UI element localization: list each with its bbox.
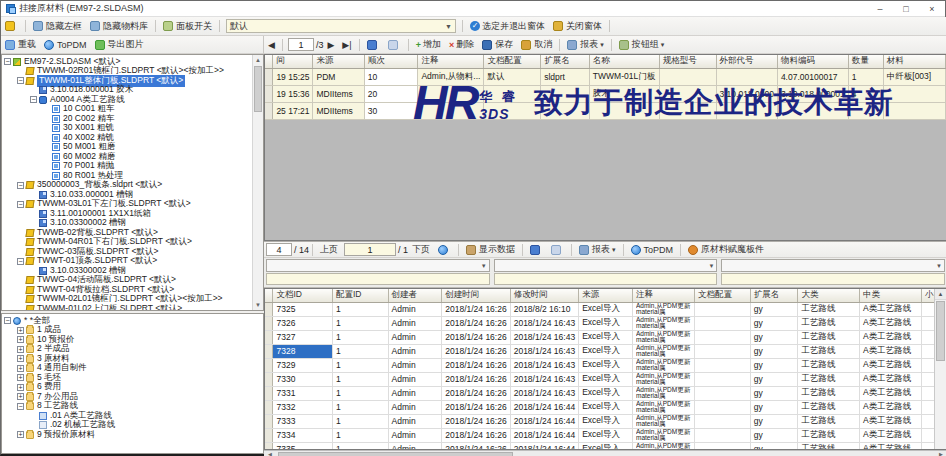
first-page-button[interactable]: ◀ bbox=[264, 37, 279, 52]
cancel-button[interactable]: 取消 bbox=[517, 37, 556, 52]
table-cell[interactable]: 7331 bbox=[273, 386, 333, 400]
table-cell[interactable] bbox=[589, 102, 659, 119]
table-cell[interactable]: 19 15:36 bbox=[273, 85, 313, 102]
table-cell[interactable]: 工艺路线 bbox=[798, 358, 860, 372]
card-view-button[interactable] bbox=[384, 37, 405, 52]
table-cell[interactable]: 2018/1/24 16:44 bbox=[510, 442, 578, 450]
column-header[interactable]: 名称 bbox=[589, 55, 659, 68]
next-page-button[interactable]: ▶ bbox=[323, 37, 338, 52]
table-cell[interactable]: sldprt bbox=[541, 68, 590, 85]
table-cell[interactable]: 7328 bbox=[273, 344, 333, 358]
hide-left-button[interactable]: 隐藏左框 bbox=[29, 19, 86, 34]
table-cell[interactable]: 2018/1/24 16:26 bbox=[442, 302, 510, 316]
table-cell[interactable]: 2018/1/24 16:26 bbox=[442, 428, 510, 442]
column-header[interactable]: 材料 bbox=[883, 55, 945, 68]
table-cell[interactable]: A类工艺路线 bbox=[860, 414, 922, 428]
scroll-left-icon[interactable]: ◀ bbox=[264, 451, 276, 456]
table-cell[interactable]: Excel导入 bbox=[579, 302, 633, 316]
table-cell[interactable] bbox=[716, 102, 777, 119]
table-cell[interactable]: 2018/1/24 16:26 bbox=[442, 316, 510, 330]
document-grid-hscrollbar[interactable]: ◀ ▶ bbox=[264, 450, 946, 456]
table-cell[interactable]: Admin,从PDM更新material属 bbox=[632, 414, 694, 428]
table-cell[interactable]: 工艺路线 bbox=[798, 316, 860, 330]
table-cell[interactable]: MDIItems bbox=[313, 102, 364, 119]
table-cell[interactable] bbox=[694, 386, 750, 400]
table-cell[interactable]: 2018/1/24 16:43 bbox=[510, 344, 578, 358]
table-cell[interactable] bbox=[694, 372, 750, 386]
table-cell[interactable]: 2018/1/24 16:26 bbox=[442, 386, 510, 400]
table-cell[interactable]: gy bbox=[750, 344, 798, 358]
expand-toggle-icon[interactable]: − bbox=[17, 258, 24, 265]
table-cell[interactable]: Admin bbox=[388, 428, 442, 442]
table-cell[interactable]: 工艺路线 bbox=[798, 442, 860, 450]
tree-item[interactable]: 3.11.00100001 1X1X1纸箱 bbox=[4, 209, 252, 219]
column-header[interactable]: 扩展名 bbox=[750, 289, 798, 302]
table-cell[interactable] bbox=[659, 85, 716, 102]
reload-button[interactable]: 重载 bbox=[1, 37, 40, 52]
table-cell[interactable]: 7329 bbox=[273, 358, 333, 372]
table-cell[interactable]: Admin,从PDM更新material属 bbox=[632, 316, 694, 330]
table-cell[interactable]: 7333 bbox=[273, 414, 333, 428]
table-cell[interactable]: 1 bbox=[333, 414, 389, 428]
table-cell[interactable]: 7332 bbox=[273, 400, 333, 414]
table-cell[interactable]: Admin,从PDM更新material属 bbox=[632, 358, 694, 372]
table-cell[interactable]: Excel导入 bbox=[579, 442, 633, 450]
table-cell[interactable]: gy bbox=[750, 428, 798, 442]
column-header[interactable]: 创建时间 bbox=[442, 289, 510, 302]
scroll-up-icon[interactable]: ▲ bbox=[253, 55, 263, 65]
table-cell[interactable] bbox=[694, 344, 750, 358]
expand-toggle-icon[interactable]: + bbox=[17, 336, 24, 343]
table-cell[interactable]: Admin,从PDM更新material属 bbox=[632, 400, 694, 414]
table-cell[interactable]: Excel导入 bbox=[579, 372, 633, 386]
table-cell[interactable] bbox=[694, 428, 750, 442]
table-cell[interactable]: Admin bbox=[388, 302, 442, 316]
row-selector[interactable] bbox=[265, 102, 273, 119]
expand-toggle-icon[interactable]: + bbox=[17, 393, 24, 400]
table-cell[interactable] bbox=[694, 358, 750, 372]
table-cell[interactable] bbox=[694, 330, 750, 344]
restore-button[interactable]: □ bbox=[893, 1, 919, 16]
table-cell[interactable]: 工艺路线 bbox=[798, 386, 860, 400]
column-header[interactable]: 文档配置 bbox=[484, 55, 541, 68]
table-cell[interactable]: Admin bbox=[388, 316, 442, 330]
table-cell[interactable]: gy bbox=[750, 414, 798, 428]
table-cell[interactable]: Admin bbox=[388, 330, 442, 344]
table-cell[interactable]: MDIItems bbox=[313, 85, 364, 102]
table-cell[interactable] bbox=[484, 102, 541, 119]
expand-toggle-icon[interactable]: − bbox=[17, 403, 24, 410]
tree-item[interactable]: −8 工艺路线 bbox=[4, 402, 263, 412]
tree-item[interactable]: 3.10.018.000001 胶木 bbox=[4, 86, 252, 96]
table-cell[interactable] bbox=[848, 102, 883, 119]
table-cell[interactable]: 1 bbox=[333, 344, 389, 358]
row-selector[interactable] bbox=[265, 358, 273, 372]
filter-input-3[interactable] bbox=[721, 273, 945, 285]
table-cell[interactable]: Admin bbox=[388, 400, 442, 414]
column-header[interactable]: 来源 bbox=[313, 55, 364, 68]
row-selector[interactable] bbox=[265, 344, 273, 358]
column-header[interactable]: 数量 bbox=[848, 55, 883, 68]
table-cell[interactable]: Admin,从PDM更新material属 bbox=[632, 372, 694, 386]
table-cell[interactable]: 2018/8/2 16:10 bbox=[510, 302, 578, 316]
table-cell[interactable] bbox=[694, 302, 750, 316]
column-header[interactable]: 注释 bbox=[632, 289, 694, 302]
table-cell[interactable]: A类工艺路线 bbox=[860, 386, 922, 400]
table-cell[interactable]: gy bbox=[750, 386, 798, 400]
column-header[interactable]: 配置ID bbox=[333, 289, 389, 302]
tree-item[interactable]: +9 预报价原材料 bbox=[4, 430, 263, 440]
table-cell[interactable] bbox=[541, 85, 590, 102]
expand-toggle-icon[interactable]: − bbox=[17, 77, 24, 84]
filter-input-1[interactable] bbox=[266, 273, 490, 285]
table-cell[interactable]: 10 bbox=[364, 68, 418, 85]
table-cell[interactable]: Excel导入 bbox=[579, 400, 633, 414]
table-cell[interactable]: 2018/1/24 16:26 bbox=[442, 358, 510, 372]
table-cell[interactable]: 2018/1/24 16:26 bbox=[442, 400, 510, 414]
expand-toggle-icon[interactable]: + bbox=[17, 365, 24, 372]
column-header[interactable]: 文档ID bbox=[273, 289, 333, 302]
table-cell[interactable]: 2018/1/24 16:44 bbox=[510, 414, 578, 428]
table-cell[interactable]: 2018/1/24 16:43 bbox=[510, 330, 578, 344]
table-cell[interactable] bbox=[694, 442, 750, 450]
table-cell[interactable]: Admin,从PDM更新material属 bbox=[632, 386, 694, 400]
tree-item[interactable]: .01 A类工艺路线 bbox=[4, 411, 263, 421]
scroll-up-icon[interactable]: ▲ bbox=[935, 289, 946, 300]
table-cell[interactable]: 2018/1/24 16:44 bbox=[510, 400, 578, 414]
